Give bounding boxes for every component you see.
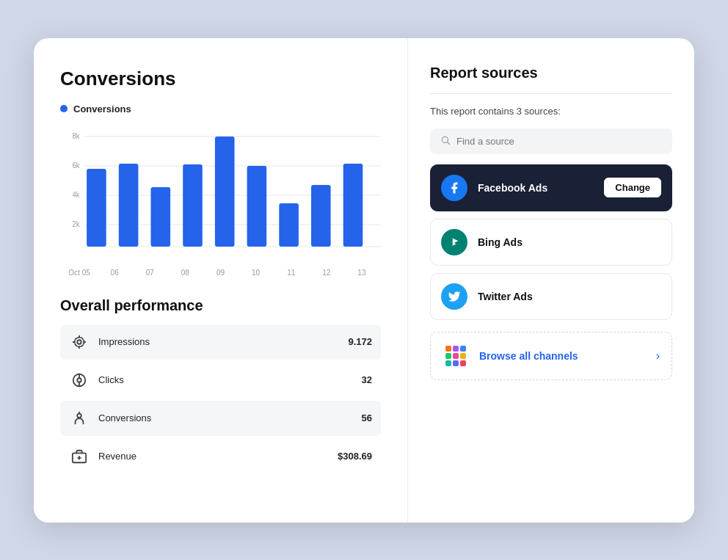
svg-rect-15: [279, 203, 299, 247]
metrics-list: Impressions 9.172 Clicks 32: [60, 324, 381, 474]
panel-title: Report sources: [430, 65, 672, 81]
chevron-right-icon: ›: [656, 349, 660, 363]
x-label-4: 09: [203, 269, 238, 277]
revenue-label: Revenue: [98, 451, 338, 462]
left-panel: Conversions Conversions 8k 6k 4k 2k: [34, 38, 408, 523]
metric-row-impressions: Impressions 9.172: [60, 324, 381, 360]
x-label-0: Oct 05: [62, 269, 97, 277]
chart-x-labels: Oct 05 06 07 08 09 10 11 12 13: [60, 269, 381, 277]
impressions-label: Impressions: [98, 336, 348, 347]
svg-point-18: [77, 340, 81, 344]
svg-rect-17: [343, 164, 363, 247]
clicks-label: Clicks: [98, 374, 362, 385]
search-input[interactable]: [456, 136, 662, 147]
facebook-logo: [441, 175, 467, 201]
legend-dot: [60, 105, 68, 112]
metric-row-revenue: Revenue $308.69: [60, 439, 381, 474]
chart-legend: Conversions: [60, 103, 381, 114]
source-item-twitter[interactable]: Twitter Ads: [430, 273, 672, 320]
revenue-icon: [69, 446, 90, 467]
x-label-1: 06: [97, 269, 132, 277]
metric-row-conversions: Conversions 56: [60, 401, 381, 436]
sources-description: This report contains 3 sources:: [430, 106, 672, 117]
svg-rect-11: [151, 187, 171, 247]
divider: [430, 93, 672, 94]
svg-text:6k: 6k: [73, 161, 80, 169]
main-card: Conversions Conversions 8k 6k 4k 2k: [34, 38, 694, 523]
chart-svg: 8k 6k 4k 2k: [60, 129, 381, 261]
svg-point-19: [75, 337, 84, 346]
legend-label: Conversions: [73, 103, 131, 114]
svg-rect-9: [87, 169, 106, 247]
x-label-3: 08: [167, 269, 203, 277]
svg-text:8k: 8k: [73, 131, 80, 139]
source-name-twitter: Twitter Ads: [478, 291, 661, 302]
source-item-facebook[interactable]: Facebook Ads Change: [430, 164, 672, 211]
browse-dots-icon: [443, 343, 469, 369]
svg-rect-14: [247, 166, 267, 247]
svg-rect-13: [215, 137, 235, 247]
svg-line-34: [448, 142, 450, 144]
bar-chart: 8k 6k 4k 2k: [60, 129, 381, 261]
search-box[interactable]: [430, 128, 672, 154]
search-icon: [440, 135, 451, 148]
x-label-6: 11: [274, 269, 309, 277]
twitter-logo: [441, 283, 467, 310]
change-button-facebook[interactable]: Change: [604, 178, 661, 197]
browse-label: Browse all channels: [479, 350, 656, 362]
right-panel: Report sources This report contains 3 so…: [408, 38, 694, 523]
conversions-value: 56: [362, 412, 372, 423]
source-name-facebook: Facebook Ads: [478, 182, 604, 194]
x-label-2: 07: [132, 269, 167, 277]
revenue-value: $308.69: [338, 451, 372, 462]
svg-text:2k: 2k: [73, 219, 80, 228]
x-label-5: 10: [239, 269, 274, 277]
svg-text:4k: 4k: [73, 190, 80, 198]
bing-logo: [441, 229, 467, 255]
source-name-bing: Bing Ads: [478, 236, 661, 248]
overall-performance-title: Overall performance: [60, 297, 381, 314]
svg-rect-10: [119, 164, 139, 247]
conversions-icon: [69, 408, 90, 429]
impressions-icon: [69, 332, 90, 352]
clicks-value: 32: [362, 374, 372, 385]
conversions-label: Conversions: [98, 412, 362, 423]
page-title: Conversions: [60, 68, 381, 90]
svg-rect-12: [183, 164, 203, 247]
metric-row-clicks: Clicks 32: [60, 363, 381, 398]
clicks-icon: [69, 370, 90, 390]
browse-all-channels[interactable]: Browse all channels ›: [430, 332, 672, 380]
impressions-value: 9.172: [348, 336, 372, 347]
source-item-bing[interactable]: Bing Ads: [430, 219, 672, 266]
svg-rect-16: [311, 185, 331, 247]
x-label-8: 13: [344, 269, 379, 277]
x-label-7: 12: [309, 269, 344, 277]
